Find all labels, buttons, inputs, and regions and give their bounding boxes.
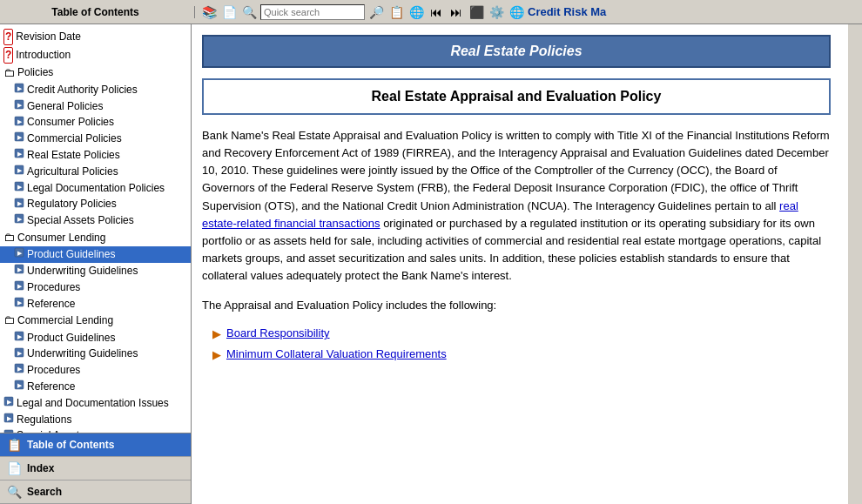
tab-label: Search <box>27 486 62 498</box>
toc-item-label: Reference <box>27 297 75 312</box>
toc-item-label: Regulations <box>17 413 71 427</box>
toc-item[interactable]: ▶Product Guidelines <box>0 246 191 263</box>
toc-item-icon: ▶ <box>14 280 24 294</box>
toc-item-icon: ▶ <box>14 116 24 130</box>
next-icon[interactable]: ⏭ <box>448 3 465 21</box>
toc-item-icon: ▶ <box>14 264 24 278</box>
toc-item[interactable]: ▶Consumer Policies <box>0 114 191 131</box>
book-icon[interactable]: 📚 <box>200 3 218 21</box>
toc-item-label: Commercial Policies <box>27 131 122 146</box>
toc-item-label: Underwriting Guidelines <box>27 346 138 361</box>
toc-item-label: Policies <box>17 65 53 80</box>
tab-icon: 🔍 <box>7 485 22 499</box>
toc-item[interactable]: ▶Regulations <box>0 412 191 428</box>
right-panel: Real Estate Policies Real Estate Apprais… <box>192 24 862 504</box>
toc-item-icon: ▶ <box>14 198 24 212</box>
toolbar-title: Table of Contents <box>3 6 195 18</box>
tab-label: Index <box>27 462 54 474</box>
search-input[interactable] <box>260 4 365 20</box>
toc-item-label: Credit Authority Policies <box>27 83 138 97</box>
toc-item[interactable]: ▶Product Guidelines <box>0 330 191 346</box>
toc-item-label: Consumer Lending <box>17 231 105 245</box>
toc-item-icon: ▶ <box>14 99 24 113</box>
toc-item[interactable]: ▶Underwriting Guidelines <box>0 263 191 279</box>
tab-label: Table of Contents <box>27 439 114 451</box>
main-layout: ?Revision Date?Introduction🗀Policies▶Cre… <box>0 24 862 504</box>
prev-icon[interactable]: ⏮ <box>428 3 445 21</box>
body-text-part1: Bank Name's Real Estate Appraisal and Ev… <box>202 129 830 212</box>
toc-item-icon: ▶ <box>14 347 24 361</box>
document-icon[interactable]: 📄 <box>220 3 238 21</box>
toc-item-label: Commercial Lending <box>17 313 113 328</box>
toc-item-label: Agricultural Policies <box>27 165 118 179</box>
bullet-section: ▶Board Responsibility▶Minimum Collateral… <box>202 326 831 361</box>
toc-item-label: General Policies <box>27 99 103 114</box>
toc-item-label: Reference <box>27 380 75 394</box>
policy-title: Real Estate Appraisal and Evaluation Pol… <box>202 78 831 115</box>
toc-item-icon: ▶ <box>14 83 24 97</box>
toc-item-icon: 🗀 <box>3 312 15 328</box>
toc-item[interactable]: ▶Reference <box>0 296 191 312</box>
toc-item-icon: 🗀 <box>3 230 15 245</box>
toc-item-icon: ? <box>3 47 13 64</box>
toc-item[interactable]: ▶Reference <box>0 379 191 395</box>
scrollbar[interactable] <box>848 24 862 504</box>
app-title: Credit Risk Ma <box>528 5 606 18</box>
toc-item[interactable]: ?Introduction <box>0 46 191 64</box>
body-text-1: Bank Name's Real Estate Appraisal and Ev… <box>202 127 831 285</box>
toc-item[interactable]: ▶Legal Documentation Policies <box>0 180 191 197</box>
toc-item-label: Real Estate Policies <box>27 148 120 163</box>
search-icon[interactable]: 🔍 <box>240 3 258 21</box>
bullet-item: ▶Board Responsibility <box>202 326 831 340</box>
nav-icon-1[interactable]: 📋 <box>387 3 405 21</box>
toc-item[interactable]: ▶Real Estate Policies <box>0 147 191 164</box>
toc-item-icon: ▶ <box>14 297 24 311</box>
bottom-tab[interactable]: 📄Index <box>0 457 191 480</box>
toc-item-icon: ▶ <box>14 213 24 227</box>
toc-item[interactable]: ▶Underwriting Guidelines <box>0 346 191 362</box>
toc-item-icon: ▶ <box>14 165 24 178</box>
toc-item-icon: 🗀 <box>3 65 15 81</box>
toc-item-label: Underwriting Guidelines <box>27 264 138 279</box>
toc-item[interactable]: ▶Special Assets Policies <box>0 212 191 229</box>
bottom-tab[interactable]: 🔍Search <box>0 480 191 504</box>
bottom-tab[interactable]: 📋Table of Contents <box>0 433 191 457</box>
toc-item-icon: ▶ <box>14 247 24 261</box>
toc-item[interactable]: ▶Credit Authority Policies <box>0 82 191 98</box>
bullet-link[interactable]: Board Responsibility <box>226 326 330 339</box>
tab-icon: 📋 <box>7 438 22 452</box>
toc-item-label: Procedures <box>27 363 80 378</box>
toc-item-label: Product Guidelines <box>27 247 115 262</box>
toc-item-label: Revision Date <box>16 30 81 44</box>
toc-item[interactable]: ▶Agricultural Policies <box>0 164 191 180</box>
toc-item-label: Legal Documentation Policies <box>27 181 165 196</box>
toc-item[interactable]: ▶Procedures <box>0 362 191 379</box>
toc-item[interactable]: 🗀Consumer Lending <box>0 229 191 246</box>
find-icon[interactable]: 🔎 <box>367 3 385 21</box>
toc-item[interactable]: ▶Legal and Documentation Issues <box>0 395 191 412</box>
toc-item-icon: ▶ <box>14 131 24 145</box>
toc-item[interactable]: 🗀Policies <box>0 64 191 82</box>
bullet-item: ▶Minimum Collateral Valuation Requiremen… <box>202 347 831 361</box>
tab-icon: 📄 <box>7 461 22 475</box>
toc-item[interactable]: ▶General Policies <box>0 98 191 115</box>
toc-item-icon: ▶ <box>3 396 14 410</box>
bullet-link[interactable]: Minimum Collateral Valuation Requirement… <box>226 347 447 360</box>
toc-item-label: Legal and Documentation Issues <box>17 396 169 411</box>
settings-icon[interactable]: ⚙️ <box>488 3 505 21</box>
web-icon[interactable]: 🌐 <box>508 3 525 21</box>
toc-item-icon: ? <box>3 29 13 45</box>
toc-item[interactable]: 🗀Commercial Lending <box>0 312 191 329</box>
globe-icon[interactable]: 🌐 <box>407 3 425 21</box>
toc-item[interactable]: ?Revision Date <box>0 28 191 46</box>
toolbar: Table of Contents 📚 📄 🔍 🔎 📋 🌐 ⏮ ⏭ ⬛ ⚙️ 🌐… <box>0 0 862 24</box>
toc-item[interactable]: ▶Commercial Policies <box>0 131 191 147</box>
toc-item[interactable]: ▶Regulatory Policies <box>0 196 191 212</box>
toc-item-label: Regulatory Policies <box>27 197 117 212</box>
toc-area: ?Revision Date?Introduction🗀Policies▶Cre… <box>0 24 191 433</box>
includes-label: The Appraisal and Evaluation Policy incl… <box>202 297 831 314</box>
toc-item-label: Introduction <box>16 48 71 63</box>
toc-item-icon: ▶ <box>14 148 24 162</box>
toc-item[interactable]: ▶Procedures <box>0 279 191 296</box>
nav-icon-2[interactable]: ⬛ <box>468 3 485 21</box>
